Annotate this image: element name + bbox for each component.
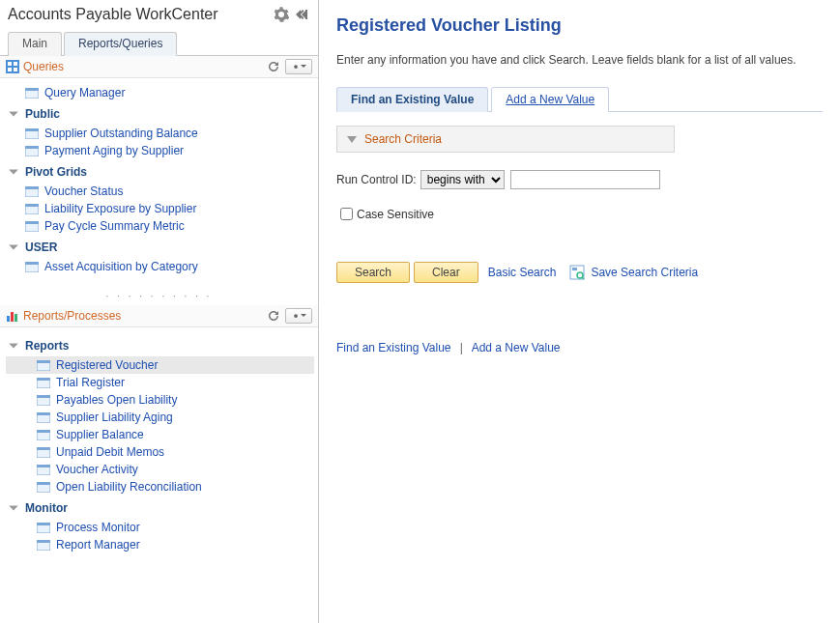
- svg-rect-18: [25, 262, 39, 265]
- chevron-down-icon: [8, 166, 19, 178]
- page-icon: [37, 360, 50, 371]
- bottom-add-link[interactable]: Add a New Value: [472, 341, 561, 354]
- collapse-icon[interactable]: [295, 7, 310, 22]
- gear-icon[interactable]: [274, 7, 289, 22]
- operator-select[interactable]: begins with: [420, 170, 505, 189]
- page-icon: [25, 221, 39, 232]
- tab-main[interactable]: Main: [8, 32, 62, 56]
- page-icon: [25, 146, 39, 156]
- page-icon: [25, 88, 39, 99]
- page-icon: [25, 128, 39, 139]
- group-public[interactable]: Public: [6, 101, 314, 125]
- chevron-down-icon: [8, 108, 19, 120]
- svg-rect-23: [37, 360, 50, 363]
- svg-rect-2: [14, 62, 17, 66]
- item-report-manager[interactable]: Report Manager: [6, 536, 314, 553]
- svg-rect-44: [572, 268, 577, 270]
- section-reports-title: Reports/Processes: [23, 309, 260, 323]
- group-reports[interactable]: Reports: [6, 333, 314, 356]
- item-voucher-status[interactable]: Voucher Status: [6, 183, 314, 200]
- queries-icon: [6, 60, 19, 73]
- instruction-text: Enter any information you have and click…: [336, 53, 823, 67]
- chevron-down-icon: [301, 313, 306, 319]
- group-label-text: Public: [25, 107, 60, 121]
- svg-rect-1: [8, 62, 12, 66]
- workcenter-sidebar: Accounts Payable WorkCenter Main Reports…: [0, 0, 319, 623]
- page-icon: [37, 540, 50, 551]
- tab-find-existing[interactable]: Find an Existing Value: [336, 87, 488, 112]
- refresh-icon[interactable]: [266, 308, 281, 324]
- tab-add-new[interactable]: Add a New Value: [491, 87, 609, 112]
- collapse-triangle-icon[interactable]: [347, 136, 357, 143]
- item-pay-cycle-summary[interactable]: Pay Cycle Summary Metric: [6, 217, 314, 235]
- section-gear-dropdown[interactable]: [285, 308, 312, 324]
- link-label: Voucher Status: [44, 184, 123, 198]
- svg-rect-4: [14, 68, 17, 71]
- svg-rect-19: [7, 316, 10, 322]
- link-label: Payment Aging by Supplier: [44, 144, 184, 157]
- link-label: Voucher Activity: [56, 463, 138, 476]
- group-label-text: Pivot Grids: [25, 165, 87, 179]
- chart-icon: [6, 309, 19, 323]
- basic-search-link[interactable]: Basic Search: [488, 266, 557, 279]
- run-control-input[interactable]: [510, 170, 660, 189]
- item-asset-acquisition[interactable]: Asset Acquisition by Category: [6, 258, 314, 275]
- svg-rect-33: [37, 447, 50, 450]
- svg-rect-16: [25, 221, 39, 224]
- item-voucher-activity[interactable]: Voucher Activity: [6, 461, 314, 478]
- save-search-link[interactable]: Save Search Criteria: [591, 266, 698, 279]
- content-area: Registered Voucher Listing Enter any inf…: [319, 0, 840, 623]
- case-sensitive-label: Case Sensitive: [357, 208, 434, 221]
- page-icon: [25, 262, 39, 272]
- section-reports-processes: Reports/Processes: [0, 305, 318, 327]
- group-label-text: Reports: [25, 339, 69, 353]
- link-label: Unpaid Debit Memos: [56, 445, 164, 459]
- find-add-tabs: Find an Existing Value Add a New Value: [336, 86, 823, 112]
- link-label: Query Manager: [44, 86, 125, 99]
- gear-icon: [291, 62, 301, 71]
- clear-button[interactable]: Clear: [414, 262, 478, 283]
- svg-rect-12: [25, 186, 39, 189]
- page-icon: [37, 412, 50, 423]
- refresh-icon[interactable]: [266, 59, 281, 74]
- item-open-liability-recon[interactable]: Open Liability Reconciliation: [6, 478, 314, 496]
- group-monitor[interactable]: Monitor: [6, 496, 314, 519]
- svg-rect-37: [37, 482, 50, 485]
- gear-icon: [291, 311, 301, 321]
- item-supplier-liability-aging[interactable]: Supplier Liability Aging: [6, 409, 314, 426]
- svg-rect-6: [25, 88, 39, 91]
- item-payables-open-liability[interactable]: Payables Open Liability: [6, 391, 314, 409]
- search-button[interactable]: Search: [336, 262, 410, 283]
- item-query-manager[interactable]: Query Manager: [6, 84, 314, 101]
- case-sensitive-checkbox[interactable]: [340, 208, 353, 220]
- section-gear-dropdown[interactable]: [285, 59, 312, 74]
- chevron-down-icon: [8, 502, 19, 514]
- run-control-row: Run Control ID: begins with: [336, 170, 823, 189]
- item-supplier-balance[interactable]: Supplier Balance: [6, 426, 314, 443]
- link-label: Registered Voucher: [56, 358, 158, 372]
- item-process-monitor[interactable]: Process Monitor: [6, 519, 314, 536]
- group-pivot-grids[interactable]: Pivot Grids: [6, 159, 314, 183]
- group-user[interactable]: USER: [6, 235, 314, 258]
- item-liability-exposure[interactable]: Liability Exposure by Supplier: [6, 200, 314, 217]
- bottom-find-link[interactable]: Find an Existing Value: [336, 341, 451, 354]
- section-queries: Queries: [0, 56, 318, 78]
- svg-rect-31: [37, 430, 50, 433]
- link-label: Supplier Outstanding Balance: [44, 127, 198, 140]
- item-registered-voucher[interactable]: Registered Voucher: [6, 356, 314, 374]
- item-trial-register[interactable]: Trial Register: [6, 374, 314, 391]
- tab-reports-queries[interactable]: Reports/Queries: [64, 32, 177, 56]
- svg-rect-21: [14, 314, 17, 322]
- svg-rect-20: [11, 312, 14, 322]
- page-icon: [25, 204, 39, 214]
- reports-tree: Reports Registered Voucher Trial Registe…: [0, 327, 318, 565]
- chevron-down-icon: [8, 340, 19, 352]
- workcenter-tabs: Main Reports/Queries: [0, 31, 318, 56]
- item-supplier-outstanding[interactable]: Supplier Outstanding Balance: [6, 125, 314, 142]
- item-payment-aging[interactable]: Payment Aging by Supplier: [6, 142, 314, 159]
- search-criteria-box: Search Criteria: [336, 126, 675, 153]
- page-icon: [25, 186, 39, 197]
- svg-rect-41: [37, 540, 50, 543]
- link-label: Supplier Liability Aging: [56, 411, 173, 424]
- item-unpaid-debit-memos[interactable]: Unpaid Debit Memos: [6, 443, 314, 461]
